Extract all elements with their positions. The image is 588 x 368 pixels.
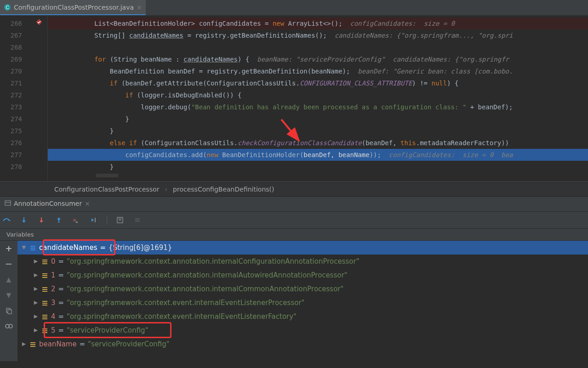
move-up-icon[interactable]: ▲	[4, 275, 13, 284]
show-watches-icon[interactable]	[4, 322, 13, 331]
force-step-into-icon[interactable]	[37, 215, 46, 225]
variable-row-item[interactable]: ▶ 0 = "org.springframework.context.annot…	[17, 255, 588, 268]
chevron-right-icon[interactable]: ▶	[33, 282, 39, 296]
editor-tab-bar: C ConfigurationClassPostProcessor.java ×	[0, 0, 588, 16]
layout-icon	[5, 200, 11, 208]
trace-current-stream-chain-icon[interactable]	[133, 215, 142, 225]
code-body[interactable]: List<BeanDefinitionHolder> configCandida…	[48, 16, 588, 181]
debug-tab-label: AnnotationConsumer	[14, 200, 82, 207]
variable-row-item[interactable]: ▶ 3 = "org.springframework.context.event…	[17, 296, 588, 310]
variable-row-item[interactable]: ▶ 1 = "org.springframework.context.annot…	[17, 268, 588, 282]
chevron-right-icon[interactable]: ▶	[33, 296, 39, 310]
array-element-icon	[41, 300, 48, 306]
svg-text:✕: ✕	[73, 218, 76, 223]
variables-side-toolbar: + − ▲ ▼	[0, 241, 17, 361]
java-class-icon: C	[4, 4, 11, 11]
debug-tab-bar: AnnotationConsumer ×	[0, 197, 588, 212]
breadcrumb-method[interactable]: processConfigBeanDefinitions()	[173, 186, 274, 193]
close-icon[interactable]: ×	[137, 4, 142, 11]
run-to-cursor-icon[interactable]	[89, 215, 98, 225]
breadcrumb-class[interactable]: ConfigurationClassPostProcessor	[54, 186, 160, 193]
variable-row-item[interactable]: ▶ 4 = "org.springframework.context.event…	[17, 310, 588, 323]
field-icon	[29, 341, 36, 348]
chevron-right-icon[interactable]: ▶	[33, 268, 39, 282]
chevron-right-icon[interactable]: ▶	[21, 337, 27, 351]
duplicate-icon[interactable]	[4, 306, 13, 315]
breakpoint-icon[interactable]	[36, 19, 42, 27]
tab-file-name: ConfigurationClassPostProcessor.java	[14, 4, 134, 11]
fold-gutter	[25, 16, 48, 181]
svg-rect-3	[5, 201, 11, 205]
variables-panel: + − ▲ ▼ ▼ candidateNames = {String[6]@16…	[0, 241, 588, 361]
chevron-right-icon[interactable]: ▶	[33, 310, 39, 323]
chevron-right-icon[interactable]: ▶	[33, 323, 39, 337]
variable-row-root[interactable]: ▼ candidateNames = {String[6]@1691}	[17, 241, 588, 255]
svg-rect-17	[8, 310, 11, 314]
editor-area: 266 267 268 269 270 271 272 273 274 275 …	[0, 16, 588, 182]
variable-row-item[interactable]: ▶ 5 = "serviceProviderConfig"	[17, 323, 588, 337]
variable-row-beanname[interactable]: ▶ beanName = "serviceProviderConfig"	[17, 337, 588, 351]
array-element-icon	[41, 286, 48, 293]
debug-tab[interactable]: AnnotationConsumer ×	[0, 197, 95, 211]
variable-row-item[interactable]: ▶ 2 = "org.springframework.context.annot…	[17, 282, 588, 296]
chevron-right-icon[interactable]: ▶	[33, 255, 39, 268]
array-element-icon	[41, 327, 48, 334]
drop-frame-icon[interactable]: ✕	[72, 215, 81, 225]
step-into-icon[interactable]	[19, 215, 29, 225]
horizontal-scrollbar[interactable]	[96, 174, 119, 177]
close-icon[interactable]: ×	[85, 200, 90, 207]
chevron-down-icon[interactable]: ▼	[21, 241, 27, 255]
evaluate-expression-icon[interactable]	[115, 215, 125, 225]
line-number-gutter: 266 267 268 269 270 271 272 273 274 275 …	[0, 16, 25, 181]
new-watch-icon[interactable]: +	[4, 243, 13, 253]
array-element-icon	[41, 272, 48, 279]
step-out-icon[interactable]	[54, 215, 63, 225]
svg-text:C: C	[6, 5, 9, 10]
separator	[107, 215, 107, 225]
chevron-right-icon: ›	[165, 186, 168, 193]
move-down-icon[interactable]: ▼	[4, 290, 13, 300]
variables-title: Variables	[0, 229, 588, 241]
debug-toolbar: ✕	[0, 212, 588, 229]
field-icon	[29, 244, 36, 251]
editor-tab[interactable]: C ConfigurationClassPostProcessor.java ×	[0, 0, 146, 15]
array-element-icon	[41, 313, 48, 320]
variables-tree[interactable]: ▼ candidateNames = {String[6]@1691} ▶ 0 …	[17, 241, 588, 361]
variable-name: candidateNames	[39, 241, 97, 255]
step-over-icon[interactable]	[2, 215, 11, 225]
breadcrumb: ConfigurationClassPostProcessor › proces…	[0, 182, 588, 197]
array-element-icon	[41, 258, 48, 265]
remove-watch-icon[interactable]: −	[4, 259, 13, 268]
